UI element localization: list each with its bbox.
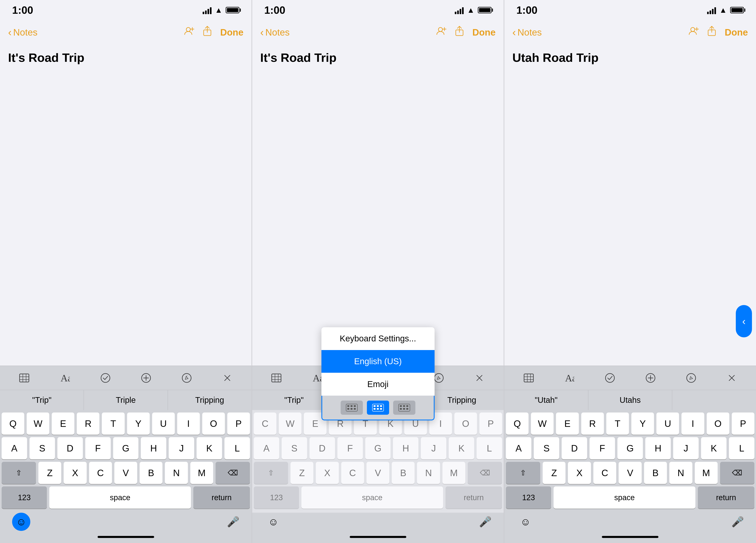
key-O-mid[interactable]: O bbox=[454, 413, 477, 435]
key-Y-left[interactable]: Y bbox=[127, 413, 150, 435]
key-F-right[interactable]: F bbox=[590, 437, 615, 459]
close-icon-middle[interactable] bbox=[471, 370, 488, 386]
key-delete-left[interactable]: ⌫ bbox=[216, 462, 250, 484]
table-icon-right[interactable] bbox=[521, 370, 537, 386]
key-V-mid[interactable]: V bbox=[366, 462, 389, 484]
person-add-icon-middle[interactable] bbox=[436, 26, 446, 39]
key-123-mid[interactable]: 123 bbox=[254, 486, 299, 509]
close-icon-right[interactable] bbox=[724, 370, 740, 386]
key-S-mid[interactable]: S bbox=[282, 437, 307, 459]
key-A-left[interactable]: A bbox=[2, 437, 27, 459]
key-Q-right[interactable]: Q bbox=[506, 413, 529, 435]
person-add-icon-right[interactable] bbox=[688, 26, 699, 39]
key-U-left[interactable]: U bbox=[152, 413, 175, 435]
key-F-mid[interactable]: F bbox=[337, 437, 363, 459]
emoji-button-right[interactable]: ☺ bbox=[516, 513, 535, 531]
key-W-left[interactable]: W bbox=[27, 413, 49, 435]
mic-icon-middle[interactable]: 🎤 bbox=[479, 516, 492, 528]
emoji-button-left[interactable]: ☺ bbox=[12, 513, 30, 531]
key-H-mid[interactable]: H bbox=[393, 437, 418, 459]
share-icon-left[interactable] bbox=[202, 26, 212, 39]
key-space-right[interactable]: space bbox=[554, 486, 695, 509]
note-content-left[interactable]: It's Road Trip bbox=[0, 44, 252, 366]
kb-switch-left[interactable] bbox=[341, 401, 363, 415]
key-G-right[interactable]: G bbox=[617, 437, 643, 459]
key-V-left[interactable]: V bbox=[114, 462, 137, 484]
key-M-left[interactable]: M bbox=[190, 462, 213, 484]
popup-emoji[interactable]: Emoji bbox=[321, 373, 435, 396]
key-K-right[interactable]: K bbox=[701, 437, 727, 459]
key-123-right[interactable]: 123 bbox=[506, 486, 551, 509]
key-J-right[interactable]: J bbox=[673, 437, 699, 459]
suggestion-0-right[interactable]: "Utah" bbox=[504, 390, 588, 410]
key-P-left[interactable]: P bbox=[227, 413, 250, 435]
key-N-mid[interactable]: N bbox=[417, 462, 440, 484]
key-D-mid[interactable]: D bbox=[310, 437, 335, 459]
key-X-mid[interactable]: X bbox=[316, 462, 339, 484]
key-space-left[interactable]: space bbox=[49, 486, 191, 509]
key-J-mid[interactable]: J bbox=[421, 437, 446, 459]
key-O-left[interactable]: O bbox=[202, 413, 225, 435]
key-shift-left[interactable]: ⇧ bbox=[2, 462, 36, 484]
key-return-left[interactable]: return bbox=[193, 486, 250, 509]
done-button-middle[interactable]: Done bbox=[472, 27, 496, 38]
mic-icon-left[interactable]: 🎤 bbox=[227, 516, 239, 528]
key-B-mid[interactable]: B bbox=[392, 462, 415, 484]
key-M-mid[interactable]: M bbox=[442, 462, 465, 484]
suggestion-1-left[interactable]: Triple bbox=[84, 390, 168, 410]
key-return-mid[interactable]: return bbox=[445, 486, 502, 509]
key-L-right[interactable]: L bbox=[729, 437, 754, 459]
pen-icon-right[interactable] bbox=[683, 370, 699, 386]
emoji-button-middle[interactable]: ☺ bbox=[264, 513, 282, 531]
mic-icon-right[interactable]: 🎤 bbox=[731, 516, 744, 528]
key-P-mid[interactable]: P bbox=[479, 413, 502, 435]
key-M-right[interactable]: M bbox=[695, 462, 718, 484]
format-icon-left[interactable]: Aa bbox=[57, 370, 73, 386]
key-T-right[interactable]: T bbox=[606, 413, 629, 435]
key-S-right[interactable]: S bbox=[534, 437, 559, 459]
key-C-mid[interactable]: C bbox=[341, 462, 364, 484]
key-L-left[interactable]: L bbox=[224, 437, 250, 459]
key-I-left[interactable]: I bbox=[177, 413, 200, 435]
format-icon-right[interactable]: Aa bbox=[561, 370, 577, 386]
key-return-right[interactable]: return bbox=[698, 486, 754, 509]
cursor-handle-right[interactable]: ‹ bbox=[736, 305, 752, 337]
close-icon-left[interactable] bbox=[219, 370, 235, 386]
key-G-left[interactable]: G bbox=[113, 437, 139, 459]
done-button-right[interactable]: Done bbox=[725, 27, 748, 38]
key-X-right[interactable]: X bbox=[568, 462, 591, 484]
key-A-right[interactable]: A bbox=[506, 437, 531, 459]
suggestion-2-left[interactable]: Tripping bbox=[168, 390, 252, 410]
pen-icon-left[interactable] bbox=[179, 370, 195, 386]
key-C-right[interactable]: C bbox=[593, 462, 616, 484]
add-icon-left[interactable] bbox=[138, 370, 154, 386]
key-U-right[interactable]: U bbox=[656, 413, 679, 435]
key-W-right[interactable]: W bbox=[531, 413, 554, 435]
kb-switch-right[interactable] bbox=[393, 401, 415, 415]
key-S-left[interactable]: S bbox=[29, 437, 55, 459]
key-123-left[interactable]: 123 bbox=[2, 486, 47, 509]
add-icon-right[interactable] bbox=[642, 370, 659, 386]
key-E-right[interactable]: E bbox=[556, 413, 579, 435]
key-I-right[interactable]: I bbox=[681, 413, 704, 435]
key-Z-right[interactable]: Z bbox=[543, 462, 565, 484]
key-R-right[interactable]: R bbox=[581, 413, 604, 435]
checklist-icon-left[interactable] bbox=[97, 370, 114, 386]
key-D-right[interactable]: D bbox=[562, 437, 587, 459]
note-content-middle[interactable]: It's Road Trip bbox=[252, 44, 504, 366]
suggestion-0-left[interactable]: "Trip" bbox=[0, 390, 84, 410]
table-icon-left[interactable] bbox=[16, 370, 32, 386]
key-R-left[interactable]: R bbox=[77, 413, 99, 435]
key-shift-mid[interactable]: ⇧ bbox=[254, 462, 288, 484]
key-A-mid[interactable]: A bbox=[254, 437, 279, 459]
key-Z-left[interactable]: Z bbox=[38, 462, 61, 484]
key-L-mid[interactable]: L bbox=[477, 437, 502, 459]
key-K-mid[interactable]: K bbox=[449, 437, 474, 459]
key-N-left[interactable]: N bbox=[165, 462, 188, 484]
key-Q-mid[interactable]: C bbox=[254, 413, 276, 435]
key-H-left[interactable]: H bbox=[141, 437, 166, 459]
popup-keyboard-settings[interactable]: Keyboard Settings... bbox=[321, 327, 435, 350]
key-F-left[interactable]: F bbox=[85, 437, 111, 459]
share-icon-middle[interactable] bbox=[455, 26, 464, 39]
key-E-left[interactable]: E bbox=[52, 413, 74, 435]
